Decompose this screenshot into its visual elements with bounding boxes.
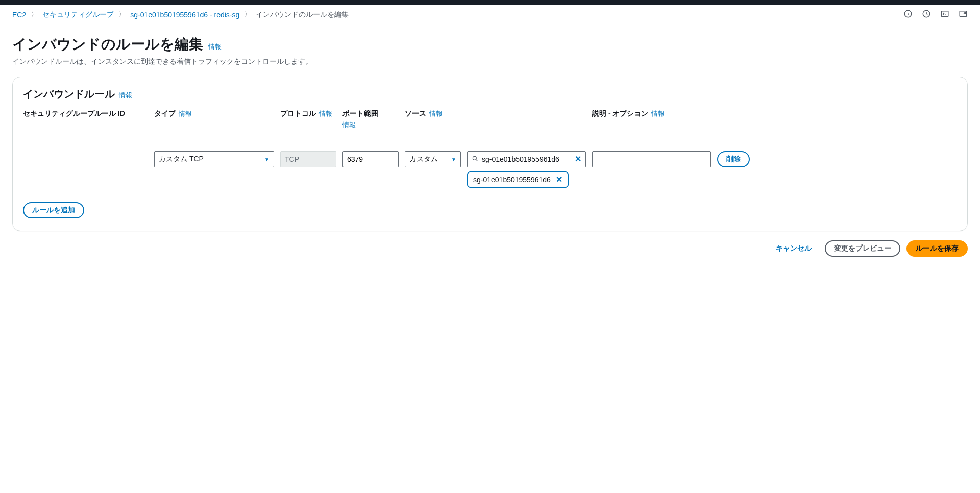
- rules-grid: セキュリティグループルール ID タイプ 情報 プロトコル 情報 ポート範囲 情…: [23, 109, 957, 188]
- col-header-source-label: ソース: [405, 109, 426, 118]
- panel-info-link[interactable]: 情報: [119, 91, 132, 100]
- breadcrumb-security-groups[interactable]: セキュリティグループ: [42, 10, 114, 19]
- cancel-button[interactable]: キャンセル: [769, 244, 819, 253]
- breadcrumb-security-group-id[interactable]: sg-01e01b501955961d6 - redis-sg: [130, 11, 239, 19]
- clear-icon[interactable]: ✕: [575, 155, 581, 163]
- rule-source-mode-value: カスタム: [409, 155, 438, 164]
- delete-rule-button[interactable]: 削除: [717, 151, 750, 167]
- page-description: インバウンドルールは、インスタンスに到達できる着信トラフィックをコントロールしま…: [12, 57, 968, 66]
- col-header-rule-id-label: セキュリティグループルール ID: [23, 109, 125, 118]
- rule-description-input[interactable]: [597, 155, 706, 163]
- col-header-rule-id: セキュリティグループルール ID: [23, 109, 153, 121]
- col-header-type-label: タイプ: [154, 109, 176, 118]
- rule-protocol-cell: TCP: [280, 133, 341, 167]
- rule-type-cell: カスタム TCP ▼: [154, 133, 279, 167]
- rule-type-select[interactable]: カスタム TCP ▼: [154, 151, 274, 167]
- breadcrumb-current: インバウンドのルールを編集: [256, 10, 349, 19]
- rule-protocol-value: TCP: [285, 155, 299, 163]
- svg-rect-4: [941, 11, 948, 17]
- col-header-port: ポート範囲 情報: [342, 109, 404, 133]
- page-info-link[interactable]: 情報: [208, 42, 222, 52]
- rule-source-mode-cell: カスタム ▼: [405, 133, 466, 167]
- add-rule-row: ルールを追加: [23, 202, 957, 218]
- rule-source-token: sg-01e01b501955961d6 ✕: [467, 171, 569, 188]
- chevron-right-icon: 〉: [31, 10, 37, 19]
- col-header-protocol-info[interactable]: 情報: [319, 109, 332, 118]
- caret-down-icon: ▼: [264, 157, 270, 162]
- chevron-right-icon: 〉: [119, 10, 125, 19]
- rule-delete-cell: 削除: [717, 133, 763, 167]
- breadcrumb-ec2[interactable]: EC2: [12, 11, 26, 19]
- col-header-port-info[interactable]: 情報: [342, 120, 356, 130]
- rule-source-token-row: sg-01e01b501955961d6 ✕: [467, 167, 591, 188]
- col-header-type-info[interactable]: 情報: [179, 109, 192, 118]
- col-header-description-label: 説明 - オプション: [592, 109, 648, 118]
- col-header-source-value: [467, 109, 591, 112]
- rule-port-cell: [342, 133, 404, 167]
- add-rule-button[interactable]: ルールを追加: [23, 202, 84, 218]
- col-header-port-label: ポート範囲: [342, 109, 378, 118]
- panel-title: インバウンドルール: [23, 87, 115, 101]
- col-header-source-info[interactable]: 情報: [429, 109, 443, 118]
- rule-source-mode-select[interactable]: カスタム ▼: [405, 151, 461, 167]
- rule-port-input-wrapper: [342, 151, 399, 167]
- fullscreen-icon[interactable]: [959, 9, 968, 20]
- col-header-type: タイプ 情報: [154, 109, 279, 121]
- col-header-source: ソース 情報: [405, 109, 466, 121]
- rule-protocol-field: TCP: [280, 151, 336, 167]
- rule-id-cell: –: [23, 133, 153, 162]
- page-title-row: インバウンドのルールを編集 情報: [12, 35, 968, 54]
- clock-icon[interactable]: [922, 9, 931, 20]
- rule-type-value: カスタム TCP: [159, 155, 204, 164]
- preview-changes-button[interactable]: 変更をプレビュー: [825, 240, 900, 257]
- top-nav-bar: [0, 0, 980, 5]
- breadcrumb-bar: EC2 〉 セキュリティグループ 〉 sg-01e01b501955961d6 …: [0, 5, 980, 24]
- svg-line-9: [476, 159, 478, 161]
- header-utility-icons: [903, 9, 968, 20]
- col-header-protocol: プロトコル 情報: [280, 109, 341, 121]
- col-header-description: 説明 - オプション 情報: [592, 109, 716, 121]
- caret-down-icon: ▼: [451, 157, 456, 162]
- breadcrumb: EC2 〉 セキュリティグループ 〉 sg-01e01b501955961d6 …: [12, 10, 349, 19]
- rule-source-search[interactable]: sg-01e01b501955961d6 ✕: [467, 151, 586, 167]
- page-title: インバウンドのルールを編集: [12, 35, 203, 54]
- rule-description-cell: [592, 133, 716, 167]
- chevron-right-icon: 〉: [244, 10, 251, 19]
- col-header-actions: [717, 109, 763, 112]
- panel-title-row: インバウンドルール 情報: [23, 87, 957, 101]
- page-content: インバウンドのルールを編集 情報 インバウンドルールは、インスタンスに到達できる…: [0, 24, 980, 267]
- rule-description-input-wrapper: [592, 151, 711, 167]
- remove-token-icon[interactable]: ✕: [556, 176, 562, 184]
- save-rules-button[interactable]: ルールを保存: [906, 240, 968, 257]
- col-header-protocol-label: プロトコル: [280, 109, 316, 118]
- col-header-description-info[interactable]: 情報: [651, 109, 665, 118]
- rule-source-value-cell: sg-01e01b501955961d6 ✕: [467, 133, 591, 167]
- svg-point-8: [473, 156, 476, 160]
- rule-port-input[interactable]: [347, 155, 394, 163]
- rule-source-search-value: sg-01e01b501955961d6: [482, 155, 572, 163]
- cloudshell-icon[interactable]: [940, 9, 949, 20]
- footer-actions: キャンセル 変更をプレビュー ルールを保存: [12, 231, 968, 257]
- search-icon: [472, 155, 479, 164]
- inbound-rules-panel: インバウンドルール 情報 セキュリティグループルール ID タイプ 情報 プロト…: [12, 77, 968, 231]
- rule-source-token-label: sg-01e01b501955961d6: [473, 176, 551, 184]
- info-icon[interactable]: [903, 9, 913, 20]
